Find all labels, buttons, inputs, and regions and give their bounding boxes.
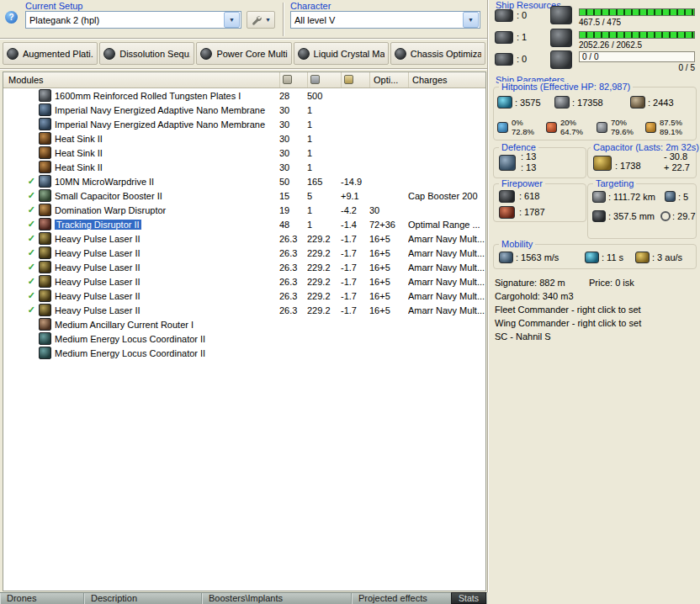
module-name: Small Capacitor Booster II (55, 191, 279, 201)
bottom-tabs: DronesDescriptionBoosters\ImplantsProjec… (0, 593, 487, 604)
structure-icon (630, 96, 645, 109)
resist-values: 20%64.7% (560, 118, 583, 136)
module-row[interactable]: Imperial Navy Energized Adaptive Nano Me… (3, 117, 485, 131)
module-row[interactable]: ✓Small Capacitor Booster II155+9.1Cap Bo… (3, 188, 485, 203)
module-row[interactable]: ✓Heavy Pulse Laser II26.3229.2-1.716+5Am… (3, 231, 485, 246)
module-row[interactable]: ✓Heavy Pulse Laser II26.3229.2-1.716+5Am… (3, 260, 485, 274)
character-dropdown[interactable]: All level V ▼ (290, 11, 480, 29)
optimal-column-header[interactable]: Opti... (369, 72, 408, 87)
module-cpu: 50 (279, 177, 307, 187)
modules-panel: Modules Opti... Charges 1600mm Reinforce… (3, 72, 486, 591)
charge-button[interactable]: Chassis Optimiza... (390, 42, 485, 65)
module-opti: 16+5 (369, 234, 408, 244)
module-cpu: 15 (279, 191, 307, 201)
stats-button[interactable]: Stats (451, 592, 486, 604)
module-row[interactable]: Heat Sink II301 (3, 131, 485, 146)
module-row[interactable]: ✓Domination Warp Disruptor191-4.230 (3, 203, 485, 217)
module-row[interactable]: Medium Ancillary Current Router I (3, 317, 485, 331)
explosive-resist-icon (645, 122, 656, 133)
warp-speed-icon (635, 252, 650, 263)
separator (0, 68, 487, 70)
capacitor-icon (593, 156, 612, 171)
module-row[interactable]: Heat Sink II301 (3, 146, 485, 160)
charge-button[interactable]: Dissolution Sequ... (99, 42, 194, 65)
cpu-column-header[interactable] (279, 72, 307, 87)
module-cap: +9.1 (341, 191, 369, 201)
bottom-tab[interactable]: Description (84, 593, 202, 604)
help-icon[interactable]: ? (5, 11, 18, 24)
module-opti: 16+5 (369, 277, 408, 287)
capacitor-column-header[interactable] (341, 72, 369, 87)
nano-membrane-icon (39, 103, 51, 116)
rig-slots-value: : 0 (517, 54, 527, 64)
module-list: 1600mm Reinforced Rolled Tungsten Plates… (3, 88, 485, 360)
module-row[interactable]: ✓Heavy Pulse Laser II26.3229.2-1.716+5Am… (3, 289, 485, 303)
defence-group: Defence : 13 : 13 (493, 147, 586, 178)
powergrid-column-header[interactable] (307, 72, 341, 87)
firepower-title: Firepower (499, 178, 545, 188)
dps-value: : 618 (519, 191, 539, 201)
module-name: Tracking Disruptor II (55, 220, 279, 230)
module-pg: 5 (307, 191, 341, 201)
cargohold-text: Cargohold: 340 m3 (495, 291, 574, 301)
rig-icon (39, 332, 51, 345)
charge-button-label: Dissolution Sequ... (119, 49, 190, 59)
module-cap: -1.4 (341, 220, 369, 230)
module-row[interactable]: ✓Heavy Pulse Laser II26.3229.2-1.716+5Am… (3, 274, 485, 289)
module-row[interactable]: Imperial Navy Energized Adaptive Nano Me… (3, 103, 485, 117)
character-dropdown-button[interactable]: ▼ (463, 12, 479, 28)
resist-base-value: 20% (560, 118, 583, 127)
turret-hardpoints-icon (495, 9, 513, 22)
align-time-icon (585, 252, 599, 263)
cpu-icon (550, 6, 572, 24)
module-cap: -1.7 (341, 291, 369, 301)
charge-button[interactable]: Liquid Crystal Ma... (294, 42, 389, 65)
active-check-icon: ✓ (3, 204, 39, 215)
module-cpu: 48 (279, 220, 307, 230)
fleet-commander-text[interactable]: Fleet Commander - right click to set (495, 305, 641, 315)
module-row[interactable]: Medium Energy Locus Coordinator II (3, 331, 485, 346)
module-row[interactable]: ✓Tracking Disruptor II481-1.472+36Optima… (3, 217, 485, 231)
module-row[interactable]: ✓10MN MicroWarpdrive II50165-14.9 (3, 174, 485, 188)
active-check-icon: ✓ (3, 176, 39, 187)
module-row[interactable]: Heat Sink II301 (3, 160, 485, 174)
module-row[interactable]: Medium Energy Locus Coordinator II (3, 346, 485, 360)
bottom-tab[interactable]: Drones (0, 593, 84, 604)
module-cap: -1.7 (341, 234, 369, 244)
bottom-tab[interactable]: Boosters\Implants (202, 593, 352, 604)
setup-dropdown-button[interactable]: ▼ (224, 12, 240, 28)
wing-commander-text[interactable]: Wing Commander - right click to set (495, 318, 641, 328)
resist-base-value: 87.5% (660, 118, 682, 127)
warp-disruptor-icon (39, 204, 51, 216)
armor-icon (554, 96, 570, 109)
active-check-icon: ✓ (3, 276, 39, 287)
resist-values: 87.5%89.1% (660, 118, 682, 136)
module-row[interactable]: ✓Heavy Pulse Laser II26.3229.2-1.716+5Am… (3, 303, 485, 317)
module-pg: 1 (307, 205, 341, 215)
module-cpu: 30 (279, 119, 307, 130)
cap-booster-icon (39, 189, 51, 202)
squad-commander-text[interactable]: SC - Nahnil S (495, 331, 551, 342)
charges-column-header[interactable]: Charges (408, 72, 485, 87)
module-pg: 1 (307, 119, 341, 130)
resist-base-value: 70% (611, 118, 634, 127)
max-targets-icon (665, 191, 676, 202)
charge-button[interactable]: Power Core Multi... (196, 42, 291, 65)
module-charge: Amarr Navy Mult... (408, 277, 485, 287)
active-check-icon: ✓ (3, 290, 39, 301)
module-cap: -1.7 (341, 305, 369, 315)
drone-bandwidth-value: 0 / 5 (579, 63, 695, 72)
module-row[interactable]: 1600mm Reinforced Rolled Tungsten Plates… (3, 88, 485, 103)
module-charge: Amarr Navy Mult... (408, 234, 485, 244)
module-charge: Amarr Navy Mult... (408, 305, 485, 315)
setup-dropdown[interactable]: Plategank 2 (hpl) ▼ (25, 11, 241, 29)
chevron-down-icon: ▼ (468, 17, 474, 23)
module-cpu: 30 (279, 162, 307, 172)
align-time-value: : 11 s (602, 252, 623, 262)
volley-value: : 1787 (519, 207, 545, 217)
module-row[interactable]: ✓Heavy Pulse Laser II26.3229.2-1.716+5Am… (3, 246, 485, 260)
bottom-tab[interactable]: Projected effects (352, 593, 452, 604)
charge-button[interactable]: Augmented Plati... (3, 42, 98, 65)
setup-tools-button[interactable]: ▼ (247, 11, 275, 29)
charge-button-label: Chassis Optimiza... (411, 49, 481, 59)
